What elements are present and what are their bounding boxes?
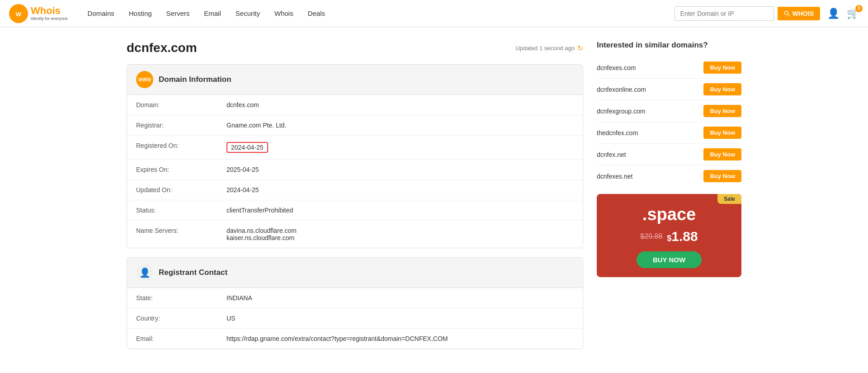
field-label: Name Servers: [127, 221, 217, 248]
buy-now-button[interactable]: Buy Now [703, 170, 741, 182]
main-nav: Domains Hosting Servers Email Security W… [81, 7, 675, 20]
domain-title: dcnfex.com [127, 41, 197, 55]
right-column: Interested in similar domains? dcnfexes.… [597, 41, 741, 358]
similar-domain-name: dcnfex.net [597, 151, 626, 158]
cart-count: 0 [855, 5, 863, 12]
list-item: dcnfex.netBuy Now [597, 144, 741, 165]
list-item: thedcnfex.comBuy Now [597, 122, 741, 144]
similar-domain-name: dcnfexes.net [597, 173, 632, 180]
field-value: 2025-04-25 [217, 160, 583, 180]
table-row: Country:US [127, 308, 583, 329]
logo[interactable]: W Whois Identity for everyone [9, 4, 68, 23]
search-area: WHOIS [675, 6, 820, 21]
nav-servers[interactable]: Servers [160, 7, 196, 20]
search-icon [784, 10, 790, 17]
new-price: $1.88 [667, 229, 698, 244]
field-value: dcnfex.com [217, 95, 583, 115]
updated-text: Updated 1 second ago [515, 45, 575, 52]
nav-hosting[interactable]: Hosting [123, 7, 158, 20]
svg-text:W: W [16, 11, 22, 18]
domain-info-title: Domain Information [159, 75, 231, 84]
domain-info-header: WWW Domain Information [127, 65, 583, 95]
registrant-table: State:INDIANACountry:USEmail:https://rda… [127, 288, 583, 349]
table-row: Domain:dcnfex.com [127, 95, 583, 115]
sale-tld: .space [606, 205, 732, 224]
list-item: dcnfexes.comBuy Now [597, 57, 741, 79]
field-value: US [217, 308, 583, 329]
table-row: Registrar:Gname.com Pte. Ltd. [127, 115, 583, 136]
sale-buy-button[interactable]: BUY NOW [637, 251, 702, 268]
table-row: Expires On:2025-04-25 [127, 160, 583, 180]
registrant-title: Registrant Contact [159, 268, 227, 277]
svg-line-3 [788, 14, 790, 16]
user-icon[interactable]: 👤 [827, 8, 840, 19]
field-label: Status: [127, 200, 217, 221]
header: W Whois Identity for everyone Domains Ho… [0, 0, 868, 27]
search-input[interactable] [675, 6, 774, 21]
logo-icon: W [9, 4, 28, 23]
table-row: Registered On:2024-04-25 [127, 136, 583, 160]
field-label: Registered On: [127, 136, 217, 160]
buy-now-button[interactable]: Buy Now [703, 148, 741, 161]
refresh-icon[interactable]: ↻ [577, 44, 583, 52]
field-value: clientTransferProhibited [217, 200, 583, 221]
new-price-value: 1.88 [671, 229, 698, 244]
list-item: dcnfexgroup.comBuy Now [597, 100, 741, 122]
buy-now-button[interactable]: Buy Now [703, 61, 741, 74]
svg-point-2 [784, 11, 788, 14]
sale-price-row: $29.88 $1.88 [606, 229, 732, 244]
header-icons: 👤 🛒 0 [827, 8, 859, 19]
list-item: dcnfexonline.comBuy Now [597, 79, 741, 100]
nav-email[interactable]: Email [198, 7, 227, 20]
field-value: Gname.com Pte. Ltd. [217, 115, 583, 136]
domain-info-section: WWW Domain Information Domain:dcnfex.com… [127, 64, 583, 248]
field-label: Updated On: [127, 180, 217, 200]
person-icon: 👤 [136, 264, 153, 281]
highlighted-value: 2024-04-25 [226, 142, 268, 153]
similar-domain-name: dcnfexonline.com [597, 86, 646, 93]
sale-tag: Sale [717, 194, 741, 204]
table-row: Email:https://rdap.gname.com/extra/conta… [127, 329, 583, 349]
field-value: 2024-04-25 [217, 180, 583, 200]
field-label: State: [127, 288, 217, 308]
registrant-header: 👤 Registrant Contact [127, 258, 583, 288]
registrant-section: 👤 Registrant Contact State:INDIANACountr… [127, 257, 583, 349]
field-label: Country: [127, 308, 217, 329]
field-value: 2024-04-25 [217, 136, 583, 160]
similar-domain-name: dcnfexes.com [597, 64, 636, 71]
field-label: Email: [127, 329, 217, 349]
domain-info-table: Domain:dcnfex.comRegistrar:Gname.com Pte… [127, 95, 583, 248]
left-column: dcnfex.com Updated 1 second ago ↻ WWW Do… [127, 41, 583, 358]
similar-domains-title: Interested in similar domains? [597, 41, 741, 50]
logo-name: Whois [31, 5, 68, 16]
table-row: Status:clientTransferProhibited [127, 200, 583, 221]
nav-domains[interactable]: Domains [81, 7, 121, 20]
updated-info: Updated 1 second ago ↻ [515, 44, 583, 52]
field-value: INDIANA [217, 288, 583, 308]
nav-whois[interactable]: Whois [268, 7, 300, 20]
field-value: davina.ns.cloudflare.comkaiser.ns.cloudf… [217, 221, 583, 248]
buy-now-button[interactable]: Buy Now [703, 127, 741, 139]
field-label: Expires On: [127, 160, 217, 180]
buy-now-button[interactable]: Buy Now [703, 105, 741, 117]
field-label: Domain: [127, 95, 217, 115]
field-label: Registrar: [127, 115, 217, 136]
dollar-sign: $ [667, 234, 671, 243]
nav-security[interactable]: Security [229, 7, 266, 20]
nav-deals[interactable]: Deals [302, 7, 331, 20]
list-item: dcnfexes.netBuy Now [597, 165, 741, 187]
main-container: dcnfex.com Updated 1 second ago ↻ WWW Do… [118, 27, 750, 367]
similar-domains-list: dcnfexes.comBuy Nowdcnfexonline.comBuy N… [597, 57, 741, 187]
cart-icon[interactable]: 🛒 0 [847, 8, 859, 19]
search-button[interactable]: WHOIS [778, 7, 820, 20]
similar-domain-name: dcnfexgroup.com [597, 108, 645, 115]
domain-title-row: dcnfex.com Updated 1 second ago ↻ [127, 41, 583, 55]
field-value: https://rdap.gname.com/extra/contact?typ… [217, 329, 583, 349]
www-icon: WWW [136, 71, 153, 88]
logo-tagline: Identity for everyone [31, 17, 68, 21]
table-row: Updated On:2024-04-25 [127, 180, 583, 200]
table-row: Name Servers:davina.ns.cloudflare.comkai… [127, 221, 583, 248]
similar-domain-name: thedcnfex.com [597, 129, 638, 137]
sale-banner: Sale .space $29.88 $1.88 BUY NOW [597, 194, 741, 277]
buy-now-button[interactable]: Buy Now [703, 83, 741, 95]
